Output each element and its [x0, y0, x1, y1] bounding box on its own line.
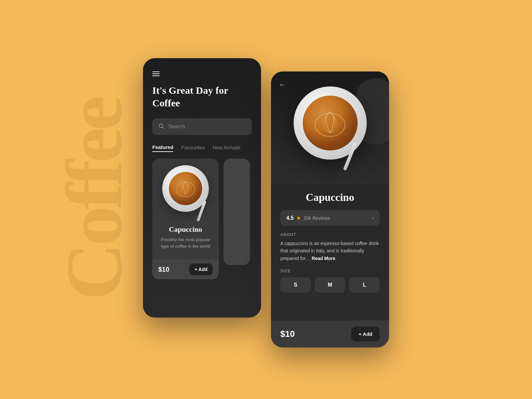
tab-featured[interactable]: Featured [152, 144, 173, 152]
detail-header: ← [271, 71, 389, 185]
size-label: SIZE [280, 269, 380, 273]
detail-product-name: Capuccino [280, 191, 380, 203]
about-section: ABOUT A cappuccino is an espresso-based … [280, 232, 380, 262]
background-watermark: Coffee [48, 99, 140, 300]
card-footer: $10 + Add [152, 259, 219, 279]
card-name: Capuccino [158, 225, 213, 234]
screen-home: It's Great Day for Coffee Search Feature… [143, 58, 261, 318]
detail-footer: $10 + Add [271, 321, 389, 347]
about-label: ABOUT [280, 232, 380, 237]
rating-row[interactable]: 4.5 ★ 20k Reviews › [280, 210, 380, 226]
card-description: Possibly the most popular type of coffee… [158, 236, 213, 249]
size-l-button[interactable]: L [349, 277, 380, 293]
coffee-card-capuccino: Capuccino Possibly the most popular type… [152, 159, 219, 279]
about-text: A cappuccino is an espresso-based coffee… [280, 240, 380, 262]
add-to-cart-button[interactable]: + Add [189, 263, 213, 275]
detail-price: $10 [280, 329, 295, 339]
size-m-button[interactable]: M [315, 277, 345, 293]
tabs-row: Featured Favourites New Arrivals [152, 144, 252, 152]
detail-latte-art [309, 101, 352, 145]
screens-container: It's Great Day for Coffee Search Feature… [143, 58, 389, 347]
search-bar[interactable]: Search [152, 118, 252, 135]
detail-add-button[interactable]: + Add [351, 327, 380, 341]
rating-reviews: 20k Reviews [304, 215, 330, 221]
detail-cup [294, 86, 367, 160]
card-image-area [152, 159, 219, 222]
star-icon: ★ [296, 215, 301, 221]
size-buttons: S M L [280, 277, 380, 293]
size-section: SIZE S M L [280, 269, 380, 293]
coffee-card-partial [223, 159, 250, 265]
svg-line-1 [162, 127, 164, 128]
card-body: Capuccino Possibly the most popular type… [152, 222, 219, 259]
search-icon [158, 123, 164, 130]
screen-detail: ← [271, 71, 389, 347]
detail-body: Capuccino 4.5 ★ 20k Reviews › ABOUT A ca… [271, 185, 389, 307]
cup-outer [162, 165, 209, 212]
chevron-right-icon: › [372, 215, 374, 221]
size-s-button[interactable]: S [280, 277, 311, 293]
rating-number: 4.5 [286, 215, 294, 221]
coffee-liquid [169, 172, 202, 205]
rating-left: 4.5 ★ 20k Reviews [286, 215, 330, 221]
back-button[interactable]: ← [279, 81, 286, 88]
menu-icon[interactable] [152, 71, 160, 76]
tab-new-arrivals[interactable]: New Arrivals [212, 145, 240, 152]
tab-favourites[interactable]: Favourites [181, 145, 204, 152]
cards-row: Capuccino Possibly the most popular type… [152, 159, 252, 279]
search-placeholder: Search [168, 124, 185, 130]
latte-art-svg [172, 175, 199, 202]
card-price: $10 [158, 266, 169, 273]
svg-point-3 [315, 113, 345, 136]
detail-cup-container [294, 86, 367, 170]
detail-coffee-liquid [303, 96, 357, 151]
hero-title: It's Great Day for Coffee [152, 84, 252, 109]
read-more-button[interactable]: Read More [312, 256, 335, 261]
